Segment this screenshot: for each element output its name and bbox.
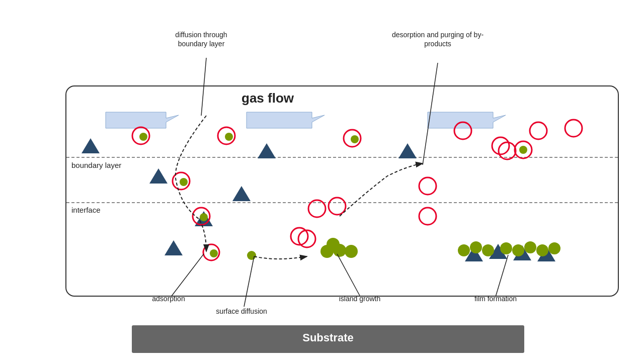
boundary-layer-line: [66, 157, 618, 158]
interface-label: interface: [71, 206, 101, 214]
diagram-container: boundary layer interface Substrate gas f…: [25, 15, 619, 342]
diffusion-annotation: diffusion through boundary layer: [161, 30, 242, 48]
main-box: boundary layer interface Substrate: [65, 85, 619, 297]
interface-line: [66, 202, 618, 203]
desorption-annotation: desorption and purging of by-products: [387, 30, 488, 48]
gas-flow-label: gas flow: [242, 90, 294, 106]
island-growth-annotation: island growth: [327, 294, 392, 303]
substrate-bar: Substrate: [132, 325, 524, 353]
boundary-layer-label: boundary layer: [71, 161, 121, 169]
substrate-label: Substrate: [132, 331, 524, 344]
film-formation-annotation: film formation: [463, 294, 528, 303]
adsorption-annotation: adsorption: [136, 294, 201, 303]
surface-diffusion-annotation: surface diffusion: [206, 307, 277, 316]
